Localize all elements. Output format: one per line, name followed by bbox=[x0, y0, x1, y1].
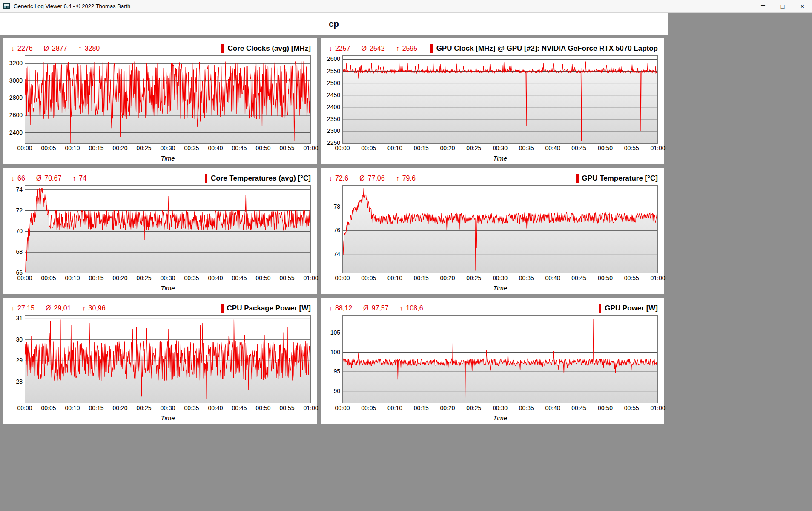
panel-header: ↓2276 Ø2877 ↑3280 Core Clocks (avg) [MHz… bbox=[3, 38, 317, 55]
x-tick-label: 00:25 bbox=[136, 405, 151, 411]
x-tick-label: 00:20 bbox=[112, 275, 127, 281]
x-tick-label: 00:25 bbox=[466, 275, 481, 281]
avg-symbol-icon: Ø bbox=[362, 45, 367, 52]
stat-min: ↓27,15 bbox=[11, 304, 34, 312]
x-tick-label: 00:35 bbox=[519, 405, 534, 411]
x-tick-label: 00:05 bbox=[361, 405, 376, 411]
x-tick-label: 00:10 bbox=[387, 275, 402, 281]
min-arrow-icon: ↓ bbox=[329, 304, 332, 312]
y-tick-label: 74 bbox=[333, 250, 340, 257]
stat-max-value: 108,6 bbox=[406, 304, 423, 312]
x-tick-label: 00:15 bbox=[414, 405, 429, 411]
chart-title-text: Core Temperatures (avg) [°C] bbox=[211, 174, 311, 183]
series-area-fill bbox=[343, 62, 657, 143]
x-tick-label: 00:50 bbox=[598, 405, 613, 411]
stat-max-value: 3280 bbox=[85, 45, 100, 52]
x-axis-title: Time bbox=[25, 153, 311, 164]
panel-header: ↓27,15 Ø29,01 ↑30,96 CPU Package Power [… bbox=[3, 298, 317, 315]
stat-max: ↑108,6 bbox=[400, 304, 423, 312]
chart-plot[interactable] bbox=[25, 55, 311, 144]
x-tick-label: 00:30 bbox=[160, 275, 175, 281]
chart-title: Core Clocks (avg) [MHz] bbox=[221, 44, 311, 53]
x-tick-label: 00:30 bbox=[493, 145, 508, 152]
stat-min-value: 2257 bbox=[335, 45, 350, 52]
min-arrow-icon: ↓ bbox=[11, 45, 14, 52]
x-axis-labels: 00:0000:0500:1000:1500:2000:2500:3000:35… bbox=[25, 275, 311, 283]
stat-min: ↓66 bbox=[11, 175, 25, 182]
min-arrow-icon: ↓ bbox=[329, 45, 332, 52]
chart-plot[interactable] bbox=[342, 55, 658, 144]
avg-symbol-icon: Ø bbox=[359, 175, 364, 182]
x-tick-label: 00:25 bbox=[466, 405, 481, 411]
chart-plot[interactable] bbox=[342, 315, 658, 403]
x-tick-label: 00:10 bbox=[65, 405, 80, 411]
y-tick-label: 2300 bbox=[327, 127, 340, 134]
x-tick-label: 00:55 bbox=[624, 275, 639, 281]
panel-header: ↓72,6 Ø77,06 ↑79,6 GPU Temperature [°C] bbox=[321, 168, 664, 185]
y-tick-label: 2550 bbox=[327, 68, 340, 75]
chart-plot[interactable] bbox=[342, 185, 658, 273]
y-tick-label: 2450 bbox=[327, 92, 340, 98]
max-arrow-icon: ↑ bbox=[400, 304, 403, 312]
panel-gpu-power: ↓88,12 Ø97,57 ↑108,6 GPU Power [W] 90951… bbox=[321, 298, 664, 424]
x-tick-label: 00:00 bbox=[17, 145, 32, 152]
chart-title-text: GPU Clock [MHz] @ GPU [#2]: NVIDIA GeFor… bbox=[436, 44, 658, 53]
minimize-button[interactable]: – bbox=[753, 0, 773, 13]
x-tick-label: 00:20 bbox=[112, 405, 127, 411]
x-tick-label: 00:15 bbox=[89, 145, 103, 152]
plot-area: 9095100105 bbox=[321, 315, 664, 403]
chart-title: GPU Power [W] bbox=[599, 304, 658, 313]
avg-symbol-icon: Ø bbox=[363, 304, 368, 312]
y-tick-label: 2600 bbox=[9, 112, 23, 118]
series-color-mark-icon bbox=[599, 304, 601, 313]
x-tick-label: 00:00 bbox=[335, 275, 350, 281]
x-tick-label: 00:45 bbox=[232, 405, 247, 411]
x-tick-label: 00:55 bbox=[624, 145, 639, 152]
chart-title: CPU Package Power [W] bbox=[221, 304, 311, 313]
maximize-button[interactable]: □ bbox=[773, 0, 792, 13]
x-tick-label: 00:25 bbox=[136, 275, 151, 281]
x-tick-label: 01:00 bbox=[650, 405, 665, 411]
x-tick-label: 00:15 bbox=[414, 275, 429, 281]
stat-avg: Ø2877 bbox=[44, 45, 67, 52]
chart-plot[interactable] bbox=[25, 185, 311, 273]
stat-avg-value: 70,67 bbox=[44, 175, 61, 182]
max-arrow-icon: ↑ bbox=[78, 45, 82, 52]
chart-canvas bbox=[25, 186, 310, 273]
series-color-mark-icon bbox=[430, 44, 433, 53]
series-color-mark-icon bbox=[221, 44, 224, 53]
series-color-mark-icon bbox=[576, 174, 579, 183]
y-tick-label: 2400 bbox=[327, 103, 340, 110]
x-tick-label: 00:00 bbox=[335, 405, 350, 411]
stat-min: ↓72,6 bbox=[329, 175, 348, 182]
stat-avg: Ø97,57 bbox=[363, 304, 389, 312]
chart-canvas bbox=[343, 316, 657, 403]
x-tick-label: 00:55 bbox=[624, 405, 639, 411]
chart-plot[interactable] bbox=[25, 315, 311, 403]
stats: ↓88,12 Ø97,57 ↑108,6 bbox=[329, 304, 423, 312]
x-tick-label: 00:40 bbox=[208, 145, 223, 152]
stat-avg: Ø29,01 bbox=[46, 304, 71, 312]
series-area-fill bbox=[25, 188, 310, 273]
x-tick-label: 00:35 bbox=[184, 405, 199, 411]
x-tick-label: 00:50 bbox=[598, 275, 613, 281]
close-button[interactable]: ✕ bbox=[792, 0, 812, 13]
window-titlebar[interactable]: Generic Log Viewer 6.4 - © 2022 Thomas B… bbox=[0, 0, 812, 13]
stat-min-value: 88,12 bbox=[335, 304, 352, 312]
y-axis-labels: 9095100105 bbox=[321, 315, 342, 403]
x-tick-label: 00:40 bbox=[545, 405, 560, 411]
x-axis-labels: 00:0000:0500:1000:1500:2000:2500:3000:35… bbox=[25, 145, 311, 153]
y-tick-label: 95 bbox=[333, 368, 340, 375]
y-tick-label: 2500 bbox=[327, 80, 340, 86]
x-tick-label: 00:55 bbox=[279, 405, 294, 411]
min-arrow-icon: ↓ bbox=[329, 175, 332, 182]
x-tick-label: 00:30 bbox=[493, 405, 508, 411]
chart-title-text: Core Clocks (avg) [MHz] bbox=[227, 44, 311, 53]
x-tick-label: 01:00 bbox=[303, 405, 318, 411]
panel-header: ↓66 Ø70,67 ↑74 Core Temperatures (avg) [… bbox=[3, 168, 317, 185]
x-tick-label: 00:05 bbox=[361, 275, 376, 281]
x-tick-label: 00:45 bbox=[571, 145, 586, 152]
y-tick-label: 2400 bbox=[9, 129, 23, 136]
y-tick-label: 2350 bbox=[327, 115, 340, 122]
x-tick-label: 00:35 bbox=[184, 275, 199, 281]
